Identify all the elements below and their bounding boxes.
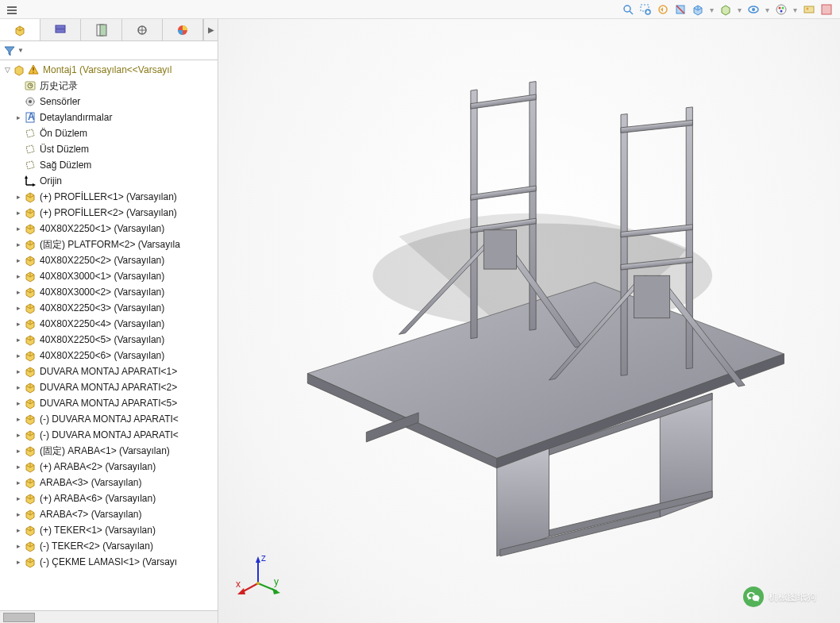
config-tab[interactable] bbox=[40, 19, 81, 40]
expand-toggle[interactable]: ▸ bbox=[14, 320, 22, 328]
expand-toggle[interactable]: ▸ bbox=[14, 304, 22, 312]
tree-item[interactable]: ▸(+) ARABA<2> (Varsayılan) bbox=[0, 459, 218, 475]
tree-root[interactable]: ▽ Montaj1 (Varsayılan<<Varsayıl bbox=[0, 62, 218, 78]
property-tab[interactable] bbox=[81, 19, 121, 40]
display-tab[interactable] bbox=[122, 19, 163, 40]
tree-item-label: (固定) ARABA<1> (Varsayılan) bbox=[40, 444, 170, 458]
expand-toggle[interactable]: ▸ bbox=[14, 510, 22, 518]
expand-toggle[interactable] bbox=[14, 129, 22, 137]
expand-toggle[interactable]: ▸ bbox=[14, 336, 22, 344]
tree-item[interactable]: ▸(-) DUVARA MONTAJ APARATI< bbox=[0, 411, 218, 427]
expand-toggle[interactable]: ▽ bbox=[3, 66, 11, 74]
previous-view-icon[interactable] bbox=[656, 2, 670, 17]
tree-item[interactable]: ▸(-) ÇEKME LAMASI<1> (Varsayı bbox=[0, 554, 218, 570]
feature-tree[interactable]: ▽ Montaj1 (Varsayılan<<Varsayıl 历史记录Sens… bbox=[0, 60, 218, 610]
tree-item[interactable]: Üst Düzlem bbox=[0, 141, 218, 157]
tree-item[interactable]: ▸(-) DUVARA MONTAJ APARATI< bbox=[0, 427, 218, 443]
part-icon bbox=[24, 365, 37, 378]
tree-item[interactable]: Sensörler bbox=[0, 94, 218, 110]
expand-toggle[interactable]: ▸ bbox=[14, 399, 22, 407]
expand-toggle[interactable]: ▸ bbox=[14, 113, 22, 121]
tree-item[interactable]: ▸(+) PROFİLLER<1> (Varsayılan) bbox=[0, 189, 218, 205]
expand-toggle[interactable]: ▸ bbox=[14, 256, 22, 264]
tree-item[interactable]: ▸DUVARA MONTAJ APARATI<1> bbox=[0, 363, 218, 379]
tree-item[interactable]: ▸DUVARA MONTAJ APARATI<2> bbox=[0, 379, 218, 395]
tree-item[interactable]: ▸40X80X2250<2> (Varsayılan) bbox=[0, 252, 218, 268]
tree-item[interactable]: ▸40X80X2250<1> (Varsayılan) bbox=[0, 221, 218, 237]
tree-item[interactable]: ▸40X80X3000<1> (Varsayılan) bbox=[0, 268, 218, 284]
expand-toggle[interactable]: ▸ bbox=[14, 415, 22, 423]
expand-toggle[interactable]: ▸ bbox=[14, 288, 22, 296]
tree-item-label: 40X80X3000<2> (Varsayılan) bbox=[40, 287, 164, 298]
tree-item[interactable]: ▸(固定) ARABA<1> (Varsayılan) bbox=[0, 443, 218, 459]
tree-item[interactable]: ▸40X80X2250<4> (Varsayılan) bbox=[0, 316, 218, 332]
expand-toggle[interactable]: ▸ bbox=[14, 447, 22, 455]
tree-item[interactable]: ▸ARABA<3> (Varsayılan) bbox=[0, 475, 218, 490]
expand-toggle[interactable]: ▸ bbox=[14, 209, 22, 217]
tree-item[interactable]: ▸(+) ARABA<6> (Varsayılan) bbox=[0, 490, 218, 506]
expand-toggle[interactable]: ▸ bbox=[14, 558, 22, 566]
expand-toggle[interactable]: ▸ bbox=[14, 494, 22, 502]
expand-toggle[interactable] bbox=[14, 82, 22, 90]
tree-item[interactable]: ▸40X80X2250<6> (Varsayılan) bbox=[0, 348, 218, 363]
display-style-icon[interactable] bbox=[719, 2, 733, 17]
expand-toggle[interactable]: ▸ bbox=[14, 272, 22, 280]
toolbar-menu-icon[interactable] bbox=[5, 2, 19, 17]
view-orient-icon[interactable] bbox=[691, 2, 705, 17]
filter-button[interactable]: ▼ bbox=[3, 44, 24, 57]
expand-toggle[interactable]: ▸ bbox=[14, 383, 22, 391]
expand-toggle[interactable]: ▸ bbox=[14, 479, 22, 486]
tree-item[interactable]: ▸(-) TEKER<2> (Varsayılan) bbox=[0, 538, 218, 554]
tree-item[interactable]: ▸40X80X2250<5> (Varsayılan) bbox=[0, 332, 218, 348]
tree-item-label: Üst Düzlem bbox=[40, 144, 89, 155]
tree-item[interactable]: ▸(+) PROFİLLER<2> (Varsayılan) bbox=[0, 205, 218, 221]
tree-item[interactable]: ▸(+) TEKER<1> (Varsayılan) bbox=[0, 522, 218, 538]
zoom-to-fit-icon[interactable] bbox=[621, 2, 635, 17]
expand-toggle[interactable]: ▸ bbox=[14, 431, 22, 439]
tree-item[interactable]: ▸40X80X3000<2> (Varsayılan) bbox=[0, 284, 218, 300]
expand-toggle[interactable]: ▸ bbox=[14, 193, 22, 201]
hide-show-icon[interactable] bbox=[746, 2, 761, 17]
expand-toggle[interactable]: ▸ bbox=[14, 526, 22, 534]
zoom-area-icon[interactable] bbox=[638, 2, 653, 17]
part-icon bbox=[24, 397, 37, 410]
scroll-thumb[interactable] bbox=[3, 613, 35, 622]
tree-item[interactable]: ▸ARABA<7> (Varsayılan) bbox=[0, 506, 218, 522]
section-view-icon[interactable] bbox=[673, 2, 688, 17]
apply-scene-icon[interactable] bbox=[802, 2, 816, 17]
expand-toggle[interactable] bbox=[14, 161, 22, 169]
expand-toggle[interactable]: ▸ bbox=[14, 463, 22, 471]
tree-item-label: DUVARA MONTAJ APARATI<1> bbox=[40, 366, 177, 377]
view-settings-icon[interactable] bbox=[819, 2, 834, 17]
assembly-tab[interactable] bbox=[0, 19, 40, 40]
expand-toggle[interactable] bbox=[14, 145, 22, 153]
plane-icon bbox=[24, 159, 37, 171]
expand-toggle[interactable]: ▸ bbox=[14, 240, 22, 248]
tree-item[interactable]: Ön Düzlem bbox=[0, 125, 218, 141]
tree-root-label: Montaj1 (Varsayılan<<Varsayıl bbox=[43, 64, 171, 75]
svg-marker-48 bbox=[33, 183, 36, 187]
tree-item[interactable]: Sağ Düzlem bbox=[0, 157, 218, 173]
expand-toggle[interactable]: ▸ bbox=[14, 225, 22, 233]
expand-toggle[interactable]: ▸ bbox=[14, 352, 22, 360]
tree-item[interactable]: Orijin bbox=[0, 173, 218, 189]
tree-item[interactable]: ▸DUVARA MONTAJ APARATI<5> bbox=[0, 395, 218, 411]
tree-item[interactable]: ▸ADetaylandırmalar bbox=[0, 110, 218, 125]
expand-toggle[interactable]: ▸ bbox=[14, 367, 22, 375]
graphics-viewport[interactable]: z x y 机械图纸狗 bbox=[218, 19, 840, 623]
svg-rect-133 bbox=[484, 229, 516, 268]
tree-item-label: 40X80X2250<1> (Varsayılan) bbox=[40, 223, 164, 234]
tree-item[interactable]: ▸40X80X2250<3> (Varsayılan) bbox=[0, 300, 218, 316]
orientation-triad[interactable]: z x y bbox=[234, 552, 282, 599]
panel-tab-more[interactable]: ▶ bbox=[203, 19, 218, 40]
expand-toggle[interactable] bbox=[14, 177, 22, 185]
tree-item[interactable]: 历史记录 bbox=[0, 78, 218, 94]
svg-rect-129 bbox=[470, 186, 535, 200]
edit-appearance-icon[interactable] bbox=[774, 2, 788, 17]
expand-toggle[interactable]: ▸ bbox=[14, 542, 22, 550]
tree-item-label: (固定) PLATFORM<2> (Varsayıla bbox=[40, 238, 180, 252]
tree-item[interactable]: ▸(固定) PLATFORM<2> (Varsayıla bbox=[0, 237, 218, 252]
horizontal-scrollbar[interactable] bbox=[0, 610, 218, 623]
appearance-tab[interactable] bbox=[163, 19, 203, 40]
expand-toggle[interactable] bbox=[14, 98, 22, 106]
